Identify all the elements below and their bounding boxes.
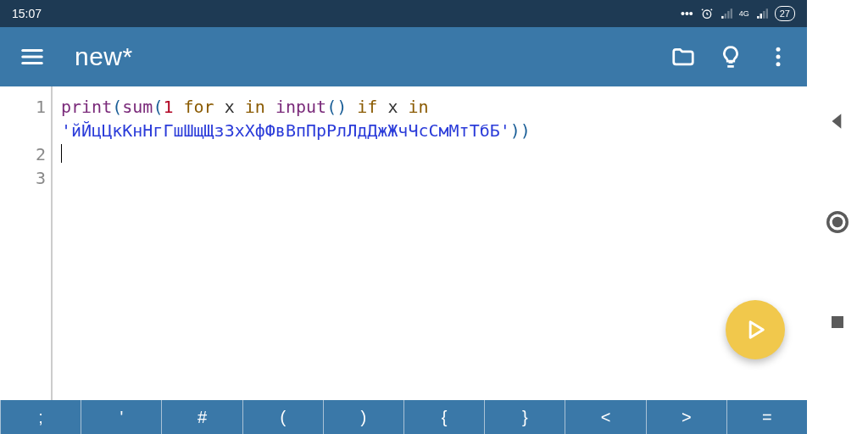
symbol-key-row: ; ' # ( ) { } < > = xyxy=(0,400,807,434)
token-var: x xyxy=(225,97,235,117)
token-builtin: sum xyxy=(122,97,153,117)
line-number: 2 xyxy=(0,142,46,166)
svg-rect-11 xyxy=(832,316,843,328)
alarm-icon xyxy=(700,7,714,20)
device-frame: 15:07 ••• 4G 27 xyxy=(0,0,868,434)
menu-button[interactable] xyxy=(8,33,56,81)
symbol-key[interactable]: { xyxy=(403,400,484,434)
screen: 15:07 ••• 4G 27 xyxy=(0,0,807,434)
more-dots-icon: ••• xyxy=(681,7,693,20)
line-number-gutter: 1 2 3 xyxy=(0,86,53,400)
symbol-key[interactable]: = xyxy=(726,400,807,434)
signal-1-icon xyxy=(721,8,732,19)
battery-badge: 27 xyxy=(775,6,795,21)
open-file-button[interactable] xyxy=(659,33,707,81)
play-icon xyxy=(743,318,767,342)
token-keyword: for xyxy=(173,97,224,117)
svg-point-4 xyxy=(776,47,781,52)
token-keyword: if xyxy=(347,97,387,117)
token-paren: ( xyxy=(112,97,122,117)
nav-home-button[interactable] xyxy=(825,209,850,235)
svg-point-6 xyxy=(776,62,781,66)
symbol-key[interactable]: ) xyxy=(323,400,403,434)
folder-icon xyxy=(670,44,696,70)
code-area[interactable]: print(sum(1 for x in input() if x in 'йЙ… xyxy=(53,86,539,400)
token-paren: ) xyxy=(337,97,347,117)
line-number: 1 xyxy=(0,95,46,142)
lightbulb-icon xyxy=(718,44,743,70)
status-right: ••• 4G 27 xyxy=(681,6,795,21)
code-editor[interactable]: 1 2 3 print(sum(1 for x in input() if x … xyxy=(0,86,807,400)
symbol-key-label: ; xyxy=(38,408,43,427)
symbol-key[interactable]: ; xyxy=(0,400,81,434)
token-paren: ) xyxy=(510,120,520,141)
symbol-key-label: } xyxy=(522,408,528,427)
overflow-menu-button[interactable] xyxy=(754,33,802,81)
network-label: 4G xyxy=(739,10,749,18)
more-vert-icon xyxy=(765,44,791,70)
symbol-key[interactable]: > xyxy=(646,400,726,434)
symbol-key-label: = xyxy=(762,408,772,427)
symbol-key[interactable]: } xyxy=(484,400,565,434)
symbol-key-label: < xyxy=(601,408,611,427)
token-paren: ( xyxy=(153,97,163,117)
symbol-key-label: ' xyxy=(120,408,123,427)
home-circle-icon xyxy=(825,209,850,235)
symbol-key[interactable]: ( xyxy=(242,400,323,434)
status-time: 15:07 xyxy=(12,7,42,20)
app-toolbar: new* xyxy=(0,27,807,86)
nav-back-button[interactable] xyxy=(826,110,849,132)
token-var: x xyxy=(387,97,398,117)
hints-button[interactable] xyxy=(707,33,754,81)
token-string: 'йЙцЦкКнНгГшШщЩзЗхХфФвВпПрРлЛдДжЖчЧсСмМт… xyxy=(61,120,510,141)
nav-recents-button[interactable] xyxy=(827,312,848,332)
symbol-key-label: # xyxy=(198,408,207,427)
toolbar-left: new* xyxy=(8,33,133,81)
symbol-key-label: ( xyxy=(280,408,286,427)
token-builtin: input xyxy=(275,97,326,117)
text-cursor xyxy=(61,144,62,163)
symbol-key[interactable]: < xyxy=(565,400,645,434)
svg-marker-8 xyxy=(832,114,842,128)
document-title: new* xyxy=(75,42,133,71)
recents-square-icon xyxy=(827,312,848,332)
run-button[interactable] xyxy=(726,300,785,359)
svg-point-5 xyxy=(776,55,781,59)
symbol-key-label: { xyxy=(442,408,448,427)
symbol-key[interactable]: # xyxy=(161,400,242,434)
symbol-key-label: > xyxy=(682,408,692,427)
symbol-key-label: ) xyxy=(361,408,367,427)
line-number: 3 xyxy=(0,166,46,190)
signal-2-icon xyxy=(756,8,768,19)
token-builtin: print xyxy=(61,97,112,117)
token-paren: ( xyxy=(326,97,337,117)
symbol-key[interactable]: ' xyxy=(81,400,161,434)
menu-icon xyxy=(19,44,45,70)
back-triangle-icon xyxy=(826,110,849,132)
system-nav-bar xyxy=(807,0,868,434)
token-paren: ) xyxy=(520,120,531,141)
token-keyword: in xyxy=(235,97,275,117)
token-keyword: in xyxy=(398,97,438,117)
svg-point-10 xyxy=(832,217,843,228)
status-bar: 15:07 ••• 4G 27 xyxy=(0,0,807,27)
svg-marker-7 xyxy=(750,322,763,338)
token-number: 1 xyxy=(163,97,173,117)
